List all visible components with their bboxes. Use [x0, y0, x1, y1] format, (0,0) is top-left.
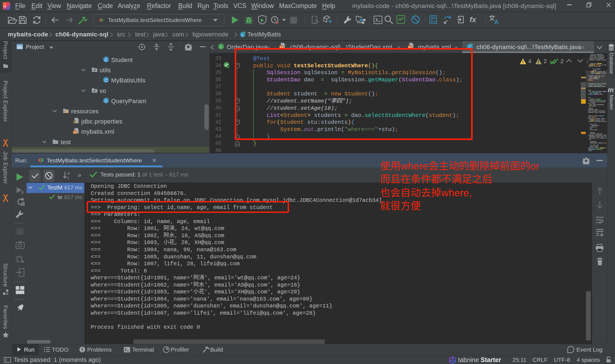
svg-text:I: I [220, 44, 221, 49]
svg-text:C: C [105, 98, 108, 103]
svg-text:A: A [494, 18, 499, 25]
svg-text:C: C [241, 33, 244, 37]
svg-text:a: a [67, 171, 69, 175]
svg-text:9: 9 [21, 190, 23, 195]
svg-text:C: C [105, 57, 108, 62]
svg-text:C: C [105, 78, 108, 82]
svg-text:<>: <> [73, 131, 77, 134]
svg-text:z: z [67, 176, 69, 180]
